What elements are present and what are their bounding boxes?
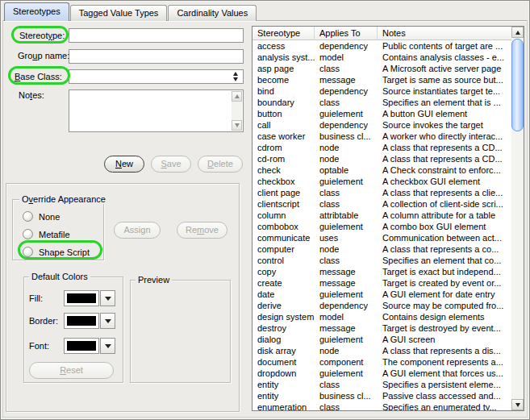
table-row[interactable]: columnattribtableA column attribute for … [252,210,511,221]
table-row[interactable]: entityclassSpecifies a persistent eleme.… [252,379,511,390]
table-cell: class [315,401,378,410]
table-cell: Communication between act... [378,232,511,243]
table-row[interactable]: dropdownguielementA GUI element that for… [252,368,511,379]
column-header-stereotype[interactable]: Stereotype [252,27,315,40]
scrollbar-thumb[interactable] [511,39,524,131]
table-row[interactable]: client pageclassA class that represents … [252,187,511,198]
spin-up-icon[interactable] [233,72,238,76]
table-row[interactable]: cd-romnodeA class that represents a CD..… [252,153,511,164]
table-cell: cdrom [252,142,315,153]
table-cell: A checkbox GUI element [378,176,511,187]
table-row[interactable]: derivedependencySource may be computed f… [252,300,511,311]
column-header-notes[interactable]: Notes [378,27,511,40]
table-row[interactable]: analysis syst...modelContains analysis c… [252,52,511,63]
table-cell: component [315,356,378,368]
table-cell: enumeration [252,401,315,410]
table-cell: Contains analysis classes - e... [378,52,511,63]
table-header: Stereotype Applies To Notes [252,27,511,40]
table-row[interactable]: calldependencySource invokes the target [252,119,511,131]
table-body: accessdependencyPublic contents of targe… [252,40,511,410]
table-cell: class [315,97,378,108]
spin-down-icon[interactable] [233,77,238,81]
scroll-down-icon[interactable] [511,399,524,410]
fill-color-dropdown[interactable] [100,290,115,306]
column-header-applies-to[interactable]: Applies To [315,27,378,40]
table-row[interactable]: documentcomponentThe component represent… [252,356,511,368]
tab-tagged-value-types[interactable]: Tagged Value Types [70,5,168,21]
table-row[interactable]: buttonguielementA button GUI element [252,108,511,119]
table-row[interactable]: checkoptableA Check constraint to enforc… [252,164,511,176]
table-cell: model [315,311,378,322]
table-row[interactable]: copymessageTarget is exact but independ.… [252,266,511,277]
table-row[interactable]: computernodeA class that represents a co… [252,243,511,255]
new-button[interactable]: New [104,156,144,173]
table-row[interactable]: entitybusiness cl...Passive class access… [252,390,511,401]
notes-scroll-up-icon[interactable] [232,91,242,102]
table-cell: model [315,52,378,63]
table-cell: class [315,187,378,198]
table-row[interactable]: controlclassSpecifies an element that co… [252,255,511,266]
table-row[interactable]: checkboxguielementA checkbox GUI element [252,176,511,187]
table-row[interactable]: clientscriptclassA collection of client-… [252,198,511,210]
tab-cardinality-values[interactable]: Cardinality Values [168,5,257,21]
font-color-dropdown[interactable] [100,338,115,354]
table-row[interactable]: becomemessageTarget is same as source bu… [252,74,511,85]
table-row[interactable]: binddependencySource instantiates target… [252,85,511,97]
save-button[interactable]: Save [151,156,191,173]
table-cell: copy [252,266,315,277]
table-cell: computer [252,243,315,255]
table-cell: call [252,119,315,131]
table-row[interactable]: disk arraynodeA class that represents a … [252,345,511,356]
table-cell: Source may be computed fro... [378,300,511,311]
table-cell: A column attribute for a table [378,210,511,221]
stereotype-input[interactable] [69,28,244,43]
notes-textarea[interactable] [69,89,244,132]
table-scrollbar[interactable] [511,27,524,410]
table-row[interactable]: boundaryclassSpecifies an element that i… [252,97,511,108]
table-cell: guielement [315,176,378,187]
table-cell: A Microsoft active server page [378,63,511,74]
table-row[interactable]: accessdependencyPublic contents of targe… [252,40,511,52]
font-color-swatch[interactable] [64,338,99,354]
tab-stereotypes[interactable]: Stereotypes [4,2,69,21]
table-row[interactable]: asp pageclassA Microsoft active server p… [252,63,511,74]
table-cell: A class that represents a co... [378,243,511,255]
table-row[interactable]: comboboxguielementA combo box GUI elemen… [252,221,511,232]
table-cell: dependency [315,85,378,97]
table-row[interactable]: dateguielementA GUI element for date ent… [252,289,511,300]
stereotype-label: Stereotype: [19,31,65,40]
table-row[interactable]: dialogguielementA GUI screen [252,334,511,345]
table-cell: message [315,74,378,85]
table-cell: message [315,266,378,277]
notes-scroll-down-icon[interactable] [232,120,242,131]
table-row[interactable]: design systemmodelContains design elemen… [252,311,511,322]
radio-shape-script-label: Shape Script [39,247,90,257]
assign-button[interactable]: Assign [114,222,161,239]
base-class-spinner[interactable] [233,72,238,81]
table-row[interactable]: createmessageTarget is created by event … [252,277,511,289]
fill-color-swatch[interactable] [64,290,99,306]
table-row[interactable]: case workerbusiness cl...A worker who di… [252,131,511,142]
table-cell: A worker who directly interac... [378,131,511,142]
table-cell: dependency [315,40,378,52]
notes-scrollbar[interactable] [232,91,242,131]
table-cell: Target is created by event or... [378,277,511,289]
delete-button[interactable]: Delete [198,156,243,173]
preview-group: Preview [130,280,231,383]
table-row[interactable]: destroymessageTarget is destroyed by eve… [252,322,511,334]
group-name-input[interactable] [69,49,244,64]
remove-button[interactable]: Remove [177,222,227,239]
base-class-combo[interactable] [69,69,244,84]
table-cell: Target is destroyed by event... [378,322,511,334]
table-cell: cd-rom [252,153,315,164]
table-cell: Specifies a persistent eleme... [378,379,511,390]
table-row[interactable]: communicateusesCommunication between act… [252,232,511,243]
reset-button[interactable]: Reset [29,362,114,379]
scroll-up-icon[interactable] [511,27,524,38]
border-color-swatch[interactable] [64,313,99,329]
border-color-dropdown[interactable] [100,313,115,329]
table-row[interactable]: enumerationclassSpecifies an enumerated … [252,401,511,410]
table-cell: document [252,356,315,368]
table-cell: dependency [315,119,378,131]
table-row[interactable]: cdromnodeA class that represents a CD... [252,142,511,153]
